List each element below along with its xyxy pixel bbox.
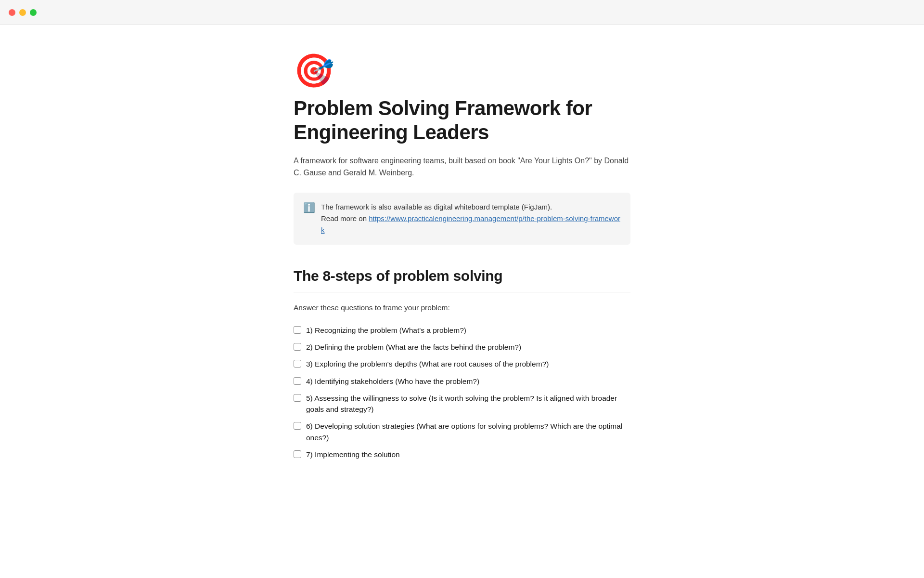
info-icon: ℹ️ <box>303 202 315 213</box>
checkbox-5[interactable] <box>294 394 301 402</box>
section-divider <box>294 292 630 292</box>
checklist-item-text: 2) Defining the problem (What are the fa… <box>306 342 630 353</box>
checklist-item-text: 5) Assessing the willingness to solve (I… <box>306 393 630 415</box>
checkbox-2[interactable] <box>294 343 301 351</box>
checklist-item-text: 1) Recognizing the problem (What's a pro… <box>306 325 630 336</box>
section-intro: Answer these questions to frame your pro… <box>294 302 630 314</box>
page-icon: 🎯 <box>294 54 630 87</box>
checkbox-4[interactable] <box>294 377 301 385</box>
checklist-item-text: 3) Exploring the problem's depths (What … <box>306 358 630 369</box>
page-description: A framework for software engineering tea… <box>294 155 630 179</box>
list-item: 4) Identifying stakeholders (Who have th… <box>294 373 630 390</box>
list-item: 1) Recognizing the problem (What's a pro… <box>294 322 630 339</box>
info-box-main-text: The framework is also available as digit… <box>321 203 552 211</box>
section-heading: The 8-steps of problem solving <box>294 268 630 284</box>
window-chrome <box>0 0 924 25</box>
info-box-read-more-label: Read more on <box>321 214 369 223</box>
list-item: 6) Developing solution strategies (What … <box>294 418 630 446</box>
checklist-item-text: 7) Implementing the solution <box>306 449 630 460</box>
checklist-item-text: 4) Identifying stakeholders (Who have th… <box>306 376 630 387</box>
list-item: 7) Implementing the solution <box>294 446 630 463</box>
checklist: 1) Recognizing the problem (What's a pro… <box>294 322 630 463</box>
main-content: 🎯 Problem Solving Framework for Engineer… <box>0 25 924 501</box>
checkbox-7[interactable] <box>294 450 301 458</box>
close-button[interactable] <box>9 9 15 16</box>
list-item: 2) Defining the problem (What are the fa… <box>294 339 630 355</box>
checkbox-1[interactable] <box>294 326 301 334</box>
minimize-button[interactable] <box>19 9 26 16</box>
list-item: 3) Exploring the problem's depths (What … <box>294 355 630 372</box>
page-body: 🎯 Problem Solving Framework for Engineer… <box>294 54 630 463</box>
list-item: 5) Assessing the willingness to solve (I… <box>294 390 630 418</box>
page-title: Problem Solving Framework for Engineerin… <box>294 96 630 145</box>
info-box: ℹ️ The framework is also available as di… <box>294 193 630 245</box>
maximize-button[interactable] <box>30 9 37 16</box>
checklist-item-text: 6) Developing solution strategies (What … <box>306 420 630 443</box>
checkbox-3[interactable] <box>294 360 301 368</box>
checkbox-6[interactable] <box>294 422 301 430</box>
info-box-text: The framework is also available as digit… <box>321 201 621 236</box>
